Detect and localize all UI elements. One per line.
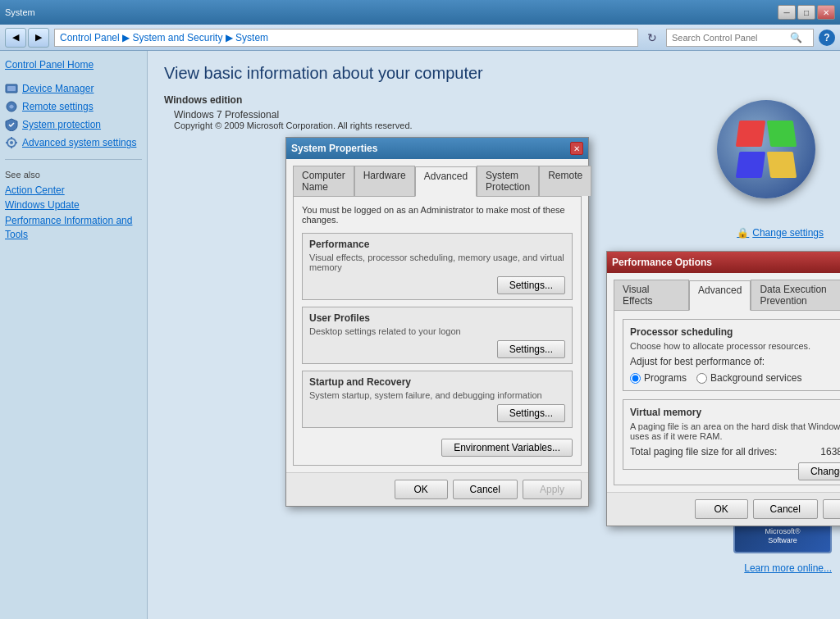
tab-advanced-perf[interactable]: Advanced <box>689 280 751 311</box>
close-button[interactable]: ✕ <box>817 5 835 20</box>
processor-scheduling-section: Processor scheduling Choose how to alloc… <box>623 319 840 391</box>
sidebar-item-system-protection[interactable]: System protection <box>5 118 142 131</box>
action-center-link[interactable]: Action Center <box>5 184 142 196</box>
virtual-memory-section: Virtual memory A paging file is an area … <box>623 399 840 470</box>
back-button[interactable]: ◀ <box>5 28 26 48</box>
minimize-button[interactable]: ─ <box>778 5 796 20</box>
flag-green <box>767 121 797 147</box>
system-properties-body: Computer Name Hardware Advanced System P… <box>286 159 588 472</box>
windows-logo-circle <box>717 100 815 198</box>
admin-note: You must be logged on as an Administrato… <box>302 205 573 225</box>
performance-info-link[interactable]: Performance Information and Tools <box>5 214 142 242</box>
performance-cancel-button[interactable]: Cancel <box>753 499 818 519</box>
background-label: Background services <box>710 372 801 384</box>
device-manager-icon <box>5 82 18 95</box>
svg-point-4 <box>10 141 13 144</box>
system-properties-ok-button[interactable]: OK <box>395 480 448 499</box>
performance-settings-button[interactable]: Settings... <box>497 276 565 294</box>
performance-options-tab-bar: Visual Effects Advanced Data Execution P… <box>614 280 840 310</box>
virtual-memory-title: Virtual memory <box>630 407 840 418</box>
sidebar-item-advanced-settings[interactable]: Advanced system settings <box>5 136 142 149</box>
system-properties-cancel-button[interactable]: Cancel <box>453 480 518 499</box>
tab-system-protection[interactable]: System Protection <box>477 166 539 196</box>
forward-button[interactable]: ▶ <box>28 28 49 48</box>
virtual-memory-row: Total paging file size for all drives: 1… <box>630 446 840 457</box>
programs-radio[interactable] <box>630 373 641 384</box>
adjust-label: Adjust for best performance of: <box>630 356 840 367</box>
change-settings-icon: 🔒 <box>737 227 749 239</box>
advanced-system-settings-label: Advanced system settings <box>22 137 136 148</box>
startup-recovery-settings-button[interactable]: Settings... <box>497 404 565 422</box>
svg-rect-6 <box>11 146 12 148</box>
sidebar-item-device-manager[interactable]: Device Manager <box>5 82 142 95</box>
main-window: System ─ □ ✕ ◀ ▶ Control Panel ▶ System … <box>0 0 840 619</box>
tab-visual-effects[interactable]: Visual Effects <box>614 280 689 310</box>
total-paging-label: Total paging file size for all drives: <box>630 446 777 457</box>
sidebar-item-remote-settings[interactable]: Remote settings <box>5 100 142 113</box>
search-input[interactable] <box>672 33 787 43</box>
flag-yellow <box>767 152 797 178</box>
system-protection-icon <box>5 118 18 131</box>
windows-logo <box>717 100 824 207</box>
flag-red <box>736 121 765 147</box>
change-settings-button[interactable]: 🔒 Change settings <box>737 227 824 239</box>
windows-update-link[interactable]: Windows Update <box>5 199 142 211</box>
performance-apply-button[interactable]: Apply <box>823 499 840 519</box>
processor-scheduling-title: Processor scheduling <box>630 326 840 338</box>
user-profiles-desc: Desktop settings related to your logon <box>309 326 565 336</box>
content-area: View basic information about your comput… <box>148 51 840 619</box>
main-area: Control Panel Home Device Manager Remote… <box>0 51 840 619</box>
startup-recovery-title: Startup and Recovery <box>309 376 565 388</box>
sidebar-divider <box>5 159 142 160</box>
system-properties-close-button[interactable]: ✕ <box>570 142 583 155</box>
system-properties-title: System Properties <box>291 143 377 154</box>
title-bar-buttons: ─ □ ✕ <box>778 5 835 20</box>
change-paging-button[interactable]: Change... <box>798 462 840 480</box>
performance-options-title-bar: Performance Options ✕ <box>607 252 840 273</box>
system-properties-tab-content: You must be logged on as an Administrato… <box>293 196 582 466</box>
svg-rect-7 <box>6 142 8 143</box>
performance-ok-button[interactable]: OK <box>695 499 748 519</box>
performance-options-footer: OK Cancel Apply <box>607 492 840 526</box>
svg-rect-5 <box>11 137 12 139</box>
background-radio-label[interactable]: Background services <box>696 372 801 384</box>
change-settings-label: Change settings <box>752 227 824 239</box>
maximize-button[interactable]: □ <box>797 5 815 20</box>
system-properties-apply-button[interactable]: Apply <box>523 480 582 499</box>
user-profiles-title: User Profiles <box>309 312 565 324</box>
help-button[interactable]: ? <box>819 30 835 46</box>
background-radio[interactable] <box>696 373 707 384</box>
windows-flag <box>737 121 795 178</box>
search-icon: 🔍 <box>790 32 802 43</box>
tab-hardware[interactable]: Hardware <box>354 166 415 196</box>
tab-dep[interactable]: Data Execution Prevention <box>751 280 840 310</box>
performance-options-tab-content: Processor scheduling Choose how to alloc… <box>614 310 840 485</box>
environment-variables-button[interactable]: Environment Variables... <box>441 439 573 457</box>
radio-group: Programs Background services <box>630 372 840 384</box>
system-properties-tab-bar: Computer Name Hardware Advanced System P… <box>293 166 582 196</box>
programs-radio-label[interactable]: Programs <box>630 372 687 384</box>
system-properties-footer: OK Cancel Apply <box>286 472 588 506</box>
refresh-button[interactable]: ↻ <box>643 29 661 47</box>
sidebar-home-link[interactable]: Control Panel Home <box>5 59 142 71</box>
window-title: System <box>5 7 35 17</box>
processor-scheduling-desc: Choose how to allocate processor resourc… <box>630 341 840 351</box>
performance-options-dialog: Performance Options ✕ Visual Effects Adv… <box>606 251 840 526</box>
startup-recovery-section: Startup and Recovery System startup, sys… <box>302 371 573 428</box>
performance-section: Performance Visual effects, processor sc… <box>302 233 573 300</box>
tab-remote[interactable]: Remote <box>539 166 591 196</box>
total-paging-value: 16382 MB <box>820 446 840 457</box>
advanced-settings-icon <box>5 136 18 149</box>
learn-more-link[interactable]: Learn more online... <box>744 562 832 574</box>
programs-label: Programs <box>644 372 687 384</box>
user-profiles-settings-button[interactable]: Settings... <box>497 340 565 358</box>
startup-recovery-desc: System startup, system failure, and debu… <box>309 390 565 400</box>
svg-rect-8 <box>15 142 17 143</box>
env-vars-row: Environment Variables... <box>302 435 573 457</box>
search-box[interactable]: 🔍 <box>666 29 814 47</box>
tab-computer-name[interactable]: Computer Name <box>293 166 354 196</box>
address-path[interactable]: Control Panel ▶ System and Security ▶ Sy… <box>54 29 638 47</box>
tab-advanced[interactable]: Advanced <box>415 166 477 197</box>
svg-rect-1 <box>7 86 16 91</box>
path-text: Control Panel ▶ System and Security ▶ Sy… <box>60 32 268 43</box>
